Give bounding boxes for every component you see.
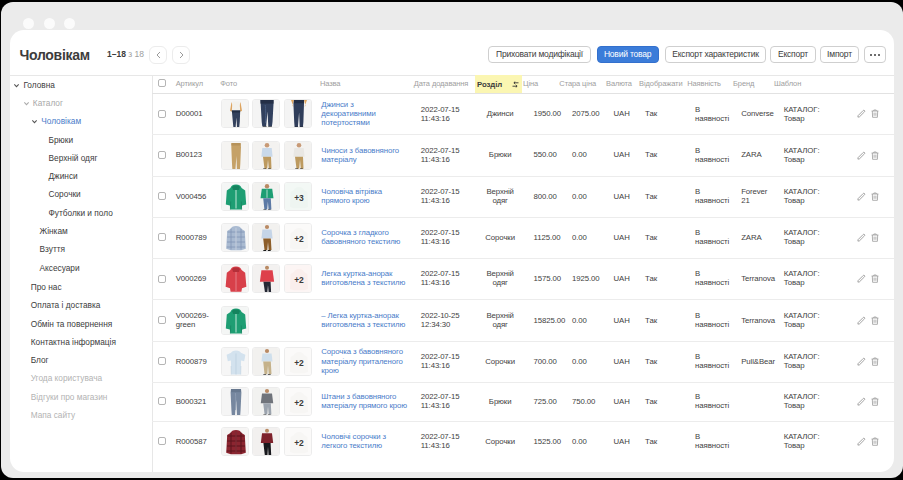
svg-text:+2: +2	[294, 275, 304, 285]
svg-text:+3: +3	[294, 192, 304, 202]
svg-text:+2: +2	[294, 233, 304, 243]
svg-text:+2: +2	[294, 437, 304, 447]
svg-text:+2: +2	[294, 397, 304, 407]
svg-text:+2: +2	[294, 357, 304, 367]
